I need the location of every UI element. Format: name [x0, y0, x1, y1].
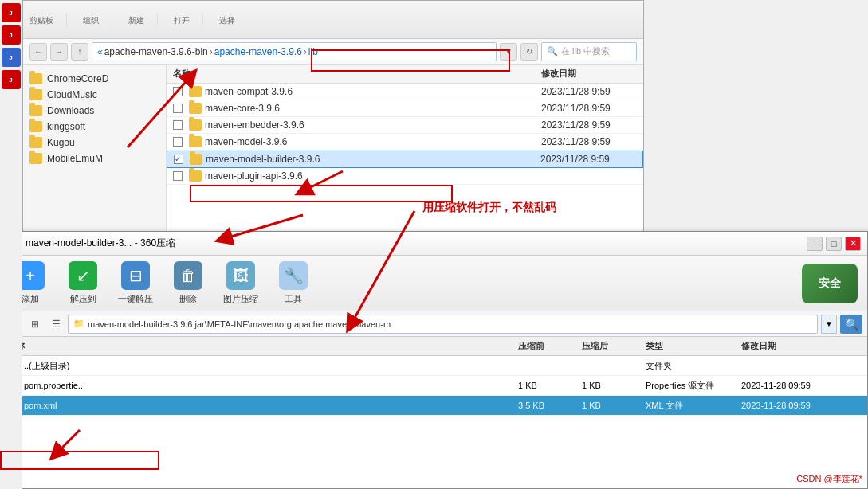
folder-icon	[29, 73, 42, 84]
table-row[interactable]: maven-core-3.9.6 2023/11/28 9:59	[167, 100, 643, 117]
zip-col-type: 类型	[646, 340, 741, 352]
file-name: maven-compat-3.9.6	[205, 86, 293, 97]
zip-view-btn[interactable]: ⊞	[26, 315, 44, 333]
delete-button[interactable]: 🗑 删除	[168, 261, 208, 305]
checkbox[interactable]	[173, 120, 183, 130]
file-name: maven-plugin-api-3.9.6	[205, 170, 303, 182]
sidebar-item-label: kinggsoft	[47, 121, 85, 132]
checkbox[interactable]	[173, 104, 183, 113]
open-label: 打开	[174, 15, 190, 26]
table-row[interactable]: maven-embedder-3.9.6 2023/11/28 9:59	[167, 117, 643, 134]
onekey-button[interactable]: ⊟ 一键解压	[116, 261, 155, 305]
sidebar-item-mobileemum[interactable]: MobileEmuM	[23, 151, 166, 166]
folder-icon	[29, 153, 42, 164]
minimize-button[interactable]: —	[807, 237, 823, 251]
zip-path-box[interactable]: 📁 maven-model-builder-3.9.6.jar\META-INF…	[68, 315, 818, 334]
zip-window-buttons: — □ ✕	[807, 237, 861, 251]
onekey-icon: ⊟	[121, 261, 150, 290]
zip-file-area: 名称 压缩前 压缩后 类型 修改日期 📁 ..(上级目录) 文件夹 📄 pom.…	[1, 337, 867, 489]
sidebar-item-downloads[interactable]: Downloads	[23, 103, 166, 119]
search-box[interactable]: 🔍 在 lib 中搜索	[541, 42, 637, 61]
close-button[interactable]: ✕	[845, 237, 861, 251]
folder-icon	[189, 119, 202, 131]
file-name: maven-model-builder-3.9.6	[206, 154, 320, 165]
table-row[interactable]: maven-plugin-api-3.9.6	[167, 168, 643, 185]
java-icon-4[interactable]: J	[2, 70, 21, 89]
file-name-cell: maven-model-3.9.6	[173, 136, 538, 147]
breadcrumb-maven[interactable]: apache-maven-3.9.6	[214, 46, 302, 57]
zip-col-name: 名称	[7, 340, 518, 352]
file-before: 1 KB	[518, 381, 582, 390]
extract-button[interactable]: ↙ 解压到	[63, 261, 103, 305]
folder-icon	[189, 103, 202, 114]
sidebar-item-kinggsoft[interactable]: kinggsoft	[23, 119, 166, 135]
maximize-button[interactable]: □	[826, 237, 842, 251]
table-row[interactable]: maven-model-builder-3.9.6 2023/11/28 9:5…	[167, 151, 643, 168]
breadcrumb-maven-bin-label: apache-maven-3.9.6-bin	[104, 46, 208, 57]
ribbon-toolbar: 剪贴板 组织 新建 打开 选择	[23, 1, 643, 39]
file-date: 2023-11-28 09:59	[741, 401, 861, 410]
folder-icon	[29, 121, 42, 132]
table-row[interactable]: maven-model-3.9.6 2023/11/28 9:59	[167, 134, 643, 151]
zip-col-after: 压缩后	[582, 340, 646, 352]
file-name: maven-model-3.9.6	[205, 136, 287, 147]
folder-icon	[189, 86, 202, 97]
zip-path-text: maven-model-builder-3.9.6.jar\META-INF\m…	[88, 319, 391, 329]
file-name-cell: maven-plugin-api-3.9.6	[173, 170, 538, 182]
sidebar-item-chromecored[interactable]: ChromeCoreD	[23, 71, 166, 87]
checkbox[interactable]	[173, 137, 183, 147]
folder-icon	[189, 136, 202, 147]
breadcrumb-lib[interactable]: lib	[308, 46, 318, 57]
breadcrumb-maven-bin[interactable]: «	[97, 46, 103, 57]
search-icon: 🔍	[547, 46, 558, 57]
sidebar-item-cloudmusic[interactable]: CloudMusic	[23, 87, 166, 103]
checkbox[interactable]	[173, 171, 183, 181]
zip-col-before: 压缩前	[518, 340, 582, 352]
file-name-cell: maven-core-3.9.6	[173, 103, 538, 114]
back-button[interactable]: ←	[29, 43, 47, 61]
file-date: 2023/11/28 9:59	[541, 136, 637, 147]
java-icon-3[interactable]: J	[2, 48, 21, 67]
file-after: 1 KB	[582, 381, 646, 390]
zip-window: 📦 maven-model-builder-3... - 360压缩 — □ ✕…	[0, 231, 868, 489]
file-name: maven-core-3.9.6	[205, 103, 280, 114]
zip-toolbar: + 添加 ↙ 解压到 ⊟ 一键解压 🗑 删除 🖼 图片压缩 🔧 工具 安全	[1, 256, 867, 311]
ribbon-group-clipboard: 剪贴板	[29, 14, 67, 26]
table-row[interactable]: 📄 pom.propertie... 1 KB 1 KB Properties …	[1, 376, 867, 396]
tools-label: 工具	[285, 293, 302, 305]
table-row[interactable]: 📄 pom.xml 3.5 KB 1 KB XML 文件 2023-11-28 …	[1, 396, 867, 416]
java-icon-1[interactable]: J	[2, 3, 21, 22]
dropdown-button[interactable]: ▼	[500, 43, 517, 61]
up-button[interactable]: ↑	[71, 43, 88, 61]
checkbox-checked[interactable]	[174, 155, 183, 164]
extract-label: 解压到	[70, 293, 96, 305]
tools-icon: 🔧	[279, 261, 308, 290]
delete-icon: 🗑	[174, 261, 202, 290]
table-row[interactable]: maven-compat-3.9.6 2023/11/28 9:59	[167, 84, 643, 100]
tools-button[interactable]: 🔧 工具	[273, 261, 313, 305]
forward-button[interactable]: →	[50, 43, 68, 61]
sep-1: ›	[210, 46, 213, 57]
table-row[interactable]: 📁 ..(上级目录) 文件夹	[1, 356, 867, 376]
zip-list-btn[interactable]: ☰	[47, 315, 65, 333]
java-icon-2[interactable]: J	[2, 25, 21, 45]
column-date: 修改日期	[541, 68, 637, 80]
folder-icon	[189, 170, 202, 182]
ribbon-group-organize: 组织	[83, 14, 112, 26]
imgcompress-button[interactable]: 🖼 图片压缩	[221, 261, 261, 305]
file-name-cell: maven-embedder-3.9.6	[173, 119, 538, 131]
refresh-button[interactable]: ↻	[520, 43, 538, 61]
secure-badge: 安全	[802, 264, 858, 303]
address-path[interactable]: « apache-maven-3.9.6-bin › apache-maven-…	[92, 42, 497, 61]
folder-icon	[29, 105, 42, 116]
zip-search-button[interactable]: 🔍	[840, 315, 862, 334]
file-type: Properties 源文件	[646, 380, 741, 392]
csdn-watermark: CSDN @李莲花*	[794, 472, 865, 486]
new-label: 新建	[128, 15, 144, 26]
zip-path-dropdown[interactable]: ▼	[821, 315, 837, 334]
file-date: 2023/11/28 9:59	[541, 86, 637, 97]
ribbon-group-open: 打开	[174, 14, 203, 26]
onekey-label: 一键解压	[118, 293, 153, 305]
sidebar-item-kugou[interactable]: Kugou	[23, 135, 166, 151]
checkbox[interactable]	[173, 87, 183, 96]
